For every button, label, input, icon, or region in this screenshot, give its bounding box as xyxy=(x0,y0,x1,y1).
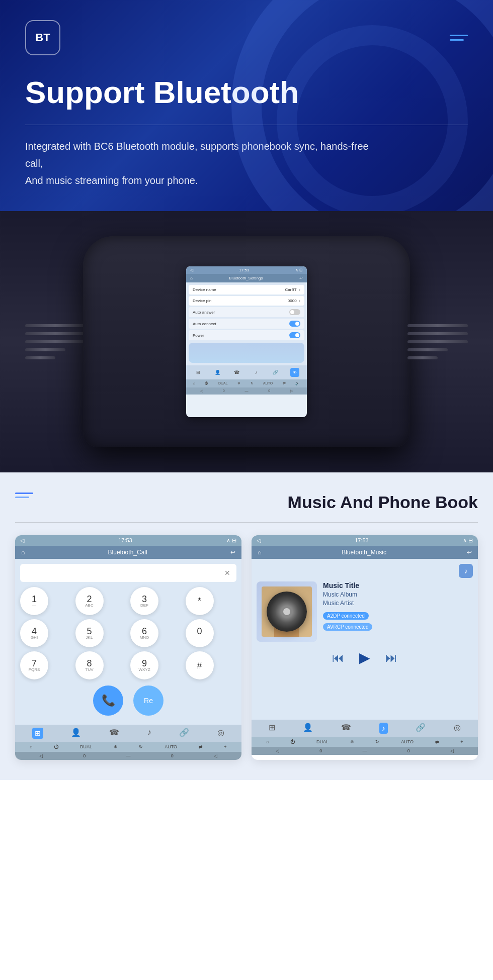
bottom-menu-icon[interactable] xyxy=(15,493,33,498)
bar-dual: DUAL xyxy=(80,744,92,749)
key-0[interactable]: 0— xyxy=(186,619,214,647)
bar-loop[interactable]: ↻ xyxy=(375,739,379,744)
vent-line xyxy=(407,324,468,327)
phone-bottom-nav: ⊞ 👤 ☎ ♪ 🔗 ◎ xyxy=(15,725,241,742)
bottom-divider xyxy=(15,522,478,523)
bar-fan[interactable]: ⇌ xyxy=(435,739,439,744)
bar-fwd[interactable]: ▷ xyxy=(290,389,293,393)
nav-grid-icon[interactable]: ⊞ xyxy=(194,368,203,377)
bar-fwd[interactable]: ◁ xyxy=(214,753,217,758)
key-2[interactable]: 2ABC xyxy=(75,587,104,615)
device-name-row[interactable]: Device name CarBT › xyxy=(189,285,304,295)
music-card: ◁ 17:53 ∧ ⊟ ⌂ Bluetooth_Music ↩ ♪ xyxy=(252,535,478,760)
key-star[interactable]: * xyxy=(186,587,214,615)
bar-power[interactable]: ⏻ xyxy=(290,739,295,744)
music-bottom-bar: ⌂ ⏻ DUAL ❄ ↻ AUTO ⇌ + xyxy=(252,737,478,747)
phone-home-icon: ⌂ xyxy=(21,549,25,556)
nav-contacts-icon[interactable]: 👤 xyxy=(213,368,222,377)
music-status-bar: ◁ 17:53 ∧ ⊟ xyxy=(252,535,478,546)
play-button[interactable]: ▶ xyxy=(359,649,370,666)
bar-loop[interactable]: ↻ xyxy=(139,744,143,749)
nav-grid-active[interactable]: ⊞ xyxy=(32,728,43,739)
header-divider xyxy=(25,125,468,125)
music-controls-bar: ◁ 0 — 0 ◁ xyxy=(252,747,478,755)
bottom-section: Music And Phone Book ◁ 17:53 ∧ ⊟ ⌂ Bluet… xyxy=(0,472,493,780)
bar-dual: DUAL xyxy=(218,381,228,385)
chevron-icon: › xyxy=(299,287,300,292)
bar-snow[interactable]: ❄ xyxy=(237,381,240,385)
bar-fan[interactable]: ⇌ xyxy=(283,381,286,385)
nav-link[interactable]: 🔗 xyxy=(416,723,426,734)
bar-home[interactable]: ⌂ xyxy=(193,381,195,385)
bar-back[interactable]: ◁ xyxy=(39,753,43,758)
bar-slider[interactable]: — xyxy=(362,748,367,753)
key-5[interactable]: 5JKL xyxy=(75,619,104,647)
bar-power[interactable]: ⏻ xyxy=(54,744,58,749)
phone-clear-icon[interactable]: ✕ xyxy=(224,569,230,577)
nav-grid[interactable]: ⊞ xyxy=(269,723,275,734)
bar-home[interactable]: ⌂ xyxy=(266,739,269,744)
end-call-button[interactable]: Re xyxy=(133,685,163,716)
call-button[interactable]: 📞 xyxy=(93,685,123,716)
device-pin-row[interactable]: Device pin 0000 › xyxy=(189,296,304,306)
bar-vol[interactable]: + xyxy=(460,739,463,744)
bar-slider[interactable]: — xyxy=(126,753,130,758)
music-player: Music Title Music Album Music Artist A2D… xyxy=(257,581,473,642)
bar-fan[interactable]: ⇌ xyxy=(199,744,203,749)
key-6[interactable]: 6MNO xyxy=(130,619,158,647)
bar-loop[interactable]: ↻ xyxy=(251,381,254,385)
header-section: BT Support Bluetooth Integrated with BC6… xyxy=(0,0,493,211)
vent-line xyxy=(25,356,55,359)
bar-vol[interactable]: 🔊 xyxy=(295,381,300,385)
bar-auto: AUTO xyxy=(263,381,273,385)
nav-contacts[interactable]: 👤 xyxy=(303,723,313,734)
screen-nav: ⌂ Bluetooth_Settings ↩ xyxy=(186,274,307,282)
phone-input[interactable]: ✕ xyxy=(20,564,236,582)
bar-snow[interactable]: ❄ xyxy=(350,739,354,744)
bar-back[interactable]: ◁ xyxy=(276,748,279,753)
nav-phone[interactable]: ☎ xyxy=(341,723,351,734)
bar-fwd[interactable]: ◁ xyxy=(450,748,454,753)
key-3[interactable]: 3DEF xyxy=(130,587,158,615)
nav-eye-icon-active[interactable]: 👁 xyxy=(290,368,299,377)
vent-line xyxy=(25,348,65,351)
prev-button[interactable]: ⏮ xyxy=(332,651,344,665)
bar-home[interactable]: ⌂ xyxy=(30,744,32,749)
phone-back-nav: ↩ xyxy=(230,549,235,556)
menu-button[interactable] xyxy=(450,35,468,41)
nav-link[interactable]: 🔗 xyxy=(179,728,189,739)
nav-phone[interactable]: ☎ xyxy=(109,728,119,739)
bar-power[interactable]: ⏻ xyxy=(205,381,208,385)
nav-music[interactable]: ♪ xyxy=(147,728,151,739)
bar-vol[interactable]: + xyxy=(224,744,226,749)
music-bottom-nav: ⊞ 👤 ☎ ♪ 🔗 ◎ xyxy=(252,720,478,737)
auto-answer-toggle[interactable] xyxy=(289,309,300,315)
nav-eye[interactable]: ◎ xyxy=(217,728,224,739)
nav-eye[interactable]: ◎ xyxy=(454,723,461,734)
nav-contacts[interactable]: 👤 xyxy=(71,728,81,739)
nav-music-icon[interactable]: ♪ xyxy=(252,368,261,377)
key-1[interactable]: 1— xyxy=(20,587,48,615)
phone-nav: ⌂ Bluetooth_Call ↩ xyxy=(15,546,241,559)
bar-num0: 0 xyxy=(223,389,225,393)
car-vents-left xyxy=(25,324,86,359)
nav-link-icon[interactable]: 🔗 xyxy=(271,368,280,377)
key-4[interactable]: 4GHI xyxy=(20,619,48,647)
key-7[interactable]: 7PQRS xyxy=(20,651,48,679)
auto-connect-toggle[interactable] xyxy=(289,321,300,327)
nav-phone-icon[interactable]: ☎ xyxy=(232,368,241,377)
power-toggle[interactable] xyxy=(289,332,300,338)
next-button[interactable]: ⏭ xyxy=(385,651,397,665)
nav-music-active[interactable]: ♪ xyxy=(379,723,388,734)
key-8[interactable]: 8TUV xyxy=(75,651,104,679)
key-9[interactable]: 9WXYZ xyxy=(130,651,158,679)
music-artist: Music Artist xyxy=(323,600,473,607)
bar-num0b: 0 xyxy=(268,389,270,393)
bar-back[interactable]: ◁ xyxy=(200,389,203,393)
screen-bottom-nav: ⊞ 👤 ☎ ♪ 🔗 👁 xyxy=(186,365,307,379)
bar-slider[interactable]: — xyxy=(244,389,248,393)
bar-snow[interactable]: ❄ xyxy=(114,744,118,749)
bar-num0b: 0 xyxy=(171,753,174,758)
key-hash[interactable]: # xyxy=(186,651,214,679)
power-row: Power xyxy=(189,330,304,340)
